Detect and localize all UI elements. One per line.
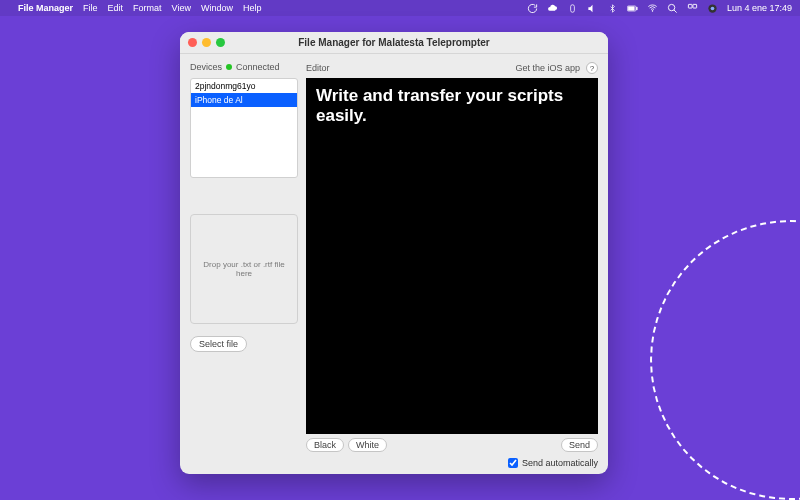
connection-status-label: Connected [236, 62, 280, 72]
svg-point-5 [668, 4, 674, 10]
volume-icon[interactable] [587, 3, 598, 14]
menu-format[interactable]: Format [133, 3, 162, 13]
battery-icon[interactable] [627, 3, 638, 14]
decorative-dashed-circle-icon [650, 220, 800, 500]
devices-label: Devices [190, 62, 222, 72]
select-file-button[interactable]: Select file [190, 336, 247, 352]
window-content: Devices Connected 2pjndonmg61yo iPhone d… [180, 54, 608, 458]
file-dropzone[interactable]: Drop your .txt or .rtf file here [190, 214, 298, 324]
get-ios-app-link[interactable]: Get the iOS app [515, 63, 580, 73]
send-automatically-label: Send automatically [522, 458, 598, 468]
sync-icon[interactable] [527, 3, 538, 14]
send-auto-row: Send automatically [180, 458, 608, 474]
menu-view[interactable]: View [172, 3, 191, 13]
menu-help[interactable]: Help [243, 3, 262, 13]
svg-rect-2 [636, 7, 637, 10]
device-list[interactable]: 2pjndonmg61yo iPhone de Al [190, 78, 298, 178]
search-icon[interactable] [667, 3, 678, 14]
mouse-icon[interactable] [567, 3, 578, 14]
editor-text: Write and transfer your scripts easily. [316, 86, 563, 125]
app-window: File Manager for Malatesta Teleprompter … [180, 32, 608, 474]
device-item[interactable]: 2pjndonmg61yo [191, 79, 297, 93]
control-center-icon[interactable] [687, 3, 698, 14]
menubar-right: Lun 4 ene 17:49 [527, 3, 792, 14]
script-editor[interactable]: Write and transfer your scripts easily. [306, 78, 598, 434]
menu-file[interactable]: File [83, 3, 98, 13]
svg-point-9 [711, 6, 715, 10]
white-theme-button[interactable]: White [348, 438, 387, 452]
help-button[interactable]: ? [586, 62, 598, 74]
editor-footer: Black White Send [306, 438, 598, 452]
menubar-left: File Manager File Edit Format View Windo… [8, 3, 261, 13]
siri-icon[interactable] [707, 3, 718, 14]
svg-rect-7 [693, 4, 697, 8]
window-titlebar[interactable]: File Manager for Malatesta Teleprompter [180, 32, 608, 54]
svg-rect-6 [688, 4, 692, 8]
mac-menubar: File Manager File Edit Format View Windo… [0, 0, 800, 16]
window-title: File Manager for Malatesta Teleprompter [180, 37, 608, 48]
send-button[interactable]: Send [561, 438, 598, 452]
menubar-app-name[interactable]: File Manager [18, 3, 73, 13]
wifi-icon[interactable] [647, 3, 658, 14]
bluetooth-icon[interactable] [607, 3, 618, 14]
editor-panel: Editor Get the iOS app ? Write and trans… [306, 62, 598, 452]
svg-point-4 [652, 11, 653, 12]
editor-header: Editor Get the iOS app ? [306, 62, 598, 74]
editor-label: Editor [306, 63, 330, 73]
device-item-selected[interactable]: iPhone de Al [191, 93, 297, 107]
dropzone-text: Drop your .txt or .rtf file here [195, 260, 293, 278]
connection-status-dot-icon [226, 64, 232, 70]
devices-header: Devices Connected [190, 62, 298, 72]
sidebar: Devices Connected 2pjndonmg61yo iPhone d… [190, 62, 298, 452]
menu-window[interactable]: Window [201, 3, 233, 13]
svg-rect-3 [628, 6, 634, 9]
menu-edit[interactable]: Edit [108, 3, 124, 13]
black-theme-button[interactable]: Black [306, 438, 344, 452]
send-automatically-checkbox[interactable] [508, 458, 518, 468]
svg-rect-0 [571, 4, 575, 12]
cloud-icon[interactable] [547, 3, 558, 14]
menubar-clock[interactable]: Lun 4 ene 17:49 [727, 3, 792, 13]
